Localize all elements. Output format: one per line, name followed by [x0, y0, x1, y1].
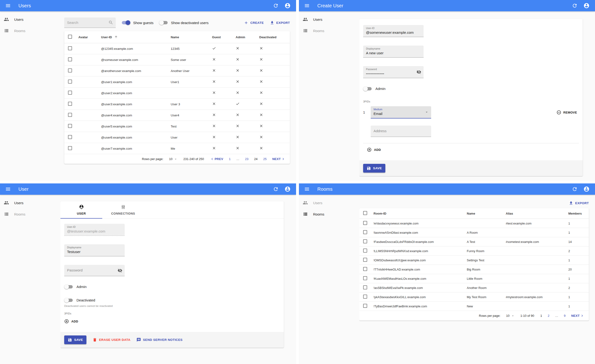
- row-checkbox[interactable]: [68, 57, 72, 61]
- table-row[interactable]: @user7:example.comMe: [64, 143, 290, 154]
- user-id-field[interactable]: User-ID @somenewuser:example.com: [363, 25, 424, 37]
- refresh-button[interactable]: [570, 185, 579, 193]
- export-button[interactable]: EXPORT: [569, 201, 589, 205]
- column-header-guest[interactable]: Guest: [210, 31, 233, 43]
- table-row[interactable]: !lasmnwASmDllasi:example.comA Room1: [359, 228, 589, 237]
- row-checkbox[interactable]: [68, 46, 72, 50]
- table-row[interactable]: @anotheruser:example.comAnother User: [64, 65, 290, 77]
- save-button[interactable]: SAVE: [363, 164, 385, 173]
- rows-per-page-select[interactable]: 10: [169, 157, 177, 161]
- table-row[interactable]: @user2:example.com: [64, 88, 290, 99]
- save-button[interactable]: SAVE: [64, 336, 86, 344]
- next-page-button[interactable]: NEXT: [571, 314, 584, 318]
- row-checkbox[interactable]: [363, 304, 367, 308]
- row-checkbox[interactable]: [363, 294, 367, 299]
- toggle-switch[interactable]: [65, 285, 73, 288]
- table-row[interactable]: @user1:example.comUser1: [64, 77, 290, 88]
- row-checkbox[interactable]: [363, 267, 367, 271]
- table-row[interactable]: @user4:example.comUser4: [64, 110, 290, 121]
- tab-connections[interactable]: CONNECTIONS: [102, 201, 144, 218]
- row-checkbox[interactable]: [363, 249, 367, 252]
- row-checkbox[interactable]: [363, 276, 367, 280]
- toggle-switch[interactable]: [122, 21, 130, 24]
- admin-toggle[interactable]: Admin: [65, 285, 280, 289]
- table-row[interactable]: !LLIMSSNHrhRjsdWNXsd:example.comFunny Ro…: [359, 246, 589, 256]
- displayname-field[interactable]: Displayname Testuser: [64, 244, 125, 256]
- column-header-avatar[interactable]: Avatar: [76, 31, 99, 43]
- table-row[interactable]: @someuser:example.comSome user: [64, 54, 290, 65]
- column-header-deactivated[interactable]: Deactivated: [257, 31, 290, 43]
- displayname-field[interactable]: Displayname A new user: [363, 46, 424, 58]
- table-row[interactable]: !TyBasDmweIJdfFaeBmk:example.comNew1: [359, 302, 589, 311]
- select-all-checkbox[interactable]: [363, 211, 367, 215]
- show-guests-toggle[interactable]: Show guests: [122, 21, 154, 25]
- select-all-checkbox[interactable]: [68, 35, 72, 39]
- row-checkbox[interactable]: [68, 91, 72, 95]
- row-checkbox[interactable]: [363, 239, 367, 243]
- next-page-button[interactable]: NEXT: [272, 157, 285, 161]
- menu-button[interactable]: [4, 185, 12, 193]
- table-row[interactable]: !TTnlslkHHweOLAD:example.comBig Room20: [359, 265, 589, 274]
- table-row[interactable]: !asSBSlsdWEvaXwPk:example.comAnother Roo…: [359, 283, 589, 293]
- toggle-switch[interactable]: [65, 299, 73, 302]
- account-menu-button[interactable]: [283, 1, 292, 10]
- column-header-admin[interactable]: Admin: [233, 31, 257, 43]
- row-checkbox[interactable]: [68, 146, 72, 150]
- search-field[interactable]: [64, 17, 116, 28]
- password-field[interactable]: Password: [64, 265, 125, 276]
- toggle-switch[interactable]: [364, 87, 372, 91]
- row-checkbox[interactable]: [68, 113, 72, 117]
- row-checkbox[interactable]: [68, 69, 72, 72]
- column-header-user_id[interactable]: User-ID: [99, 31, 168, 43]
- table-row[interactable]: @12345:example.com12345: [64, 43, 290, 54]
- refresh-button[interactable]: [570, 1, 579, 10]
- menu-button[interactable]: [303, 185, 311, 193]
- row-checkbox[interactable]: [363, 258, 367, 262]
- address-field[interactable]: Address: [371, 126, 431, 137]
- rows-per-page-select[interactable]: 10: [506, 314, 515, 318]
- toggle-switch[interactable]: [160, 21, 168, 24]
- column-header-name[interactable]: Name: [464, 208, 503, 219]
- visibility-off-icon[interactable]: [118, 268, 122, 273]
- page-23[interactable]: 23: [245, 157, 248, 161]
- visibility-off-icon[interactable]: [417, 70, 421, 74]
- refresh-button[interactable]: [271, 185, 280, 193]
- account-menu-button[interactable]: [582, 1, 591, 10]
- sidebar-item-rooms[interactable]: Rooms: [299, 25, 359, 36]
- add-threepid-button[interactable]: ADD: [363, 143, 385, 156]
- row-checkbox[interactable]: [363, 221, 367, 225]
- sidebar-item-rooms[interactable]: Rooms: [0, 25, 60, 36]
- password-field[interactable]: Password ••••••••••••••••: [363, 66, 424, 78]
- table-row[interactable]: !eVasdacvxysewus:example.com#test:exampl…: [359, 219, 589, 228]
- table-row[interactable]: !ykAStwxasdwsKkxGILL:example.comMy Test …: [359, 293, 589, 302]
- sidebar-item-rooms[interactable]: Rooms: [0, 209, 60, 220]
- add-threepid-button[interactable]: ADD: [64, 315, 82, 328]
- table-row[interactable]: @user5:example.comTest: [64, 121, 290, 132]
- show-deactivated-toggle[interactable]: Show deactivated users: [160, 21, 208, 25]
- create-button[interactable]: CREATE: [244, 21, 264, 25]
- row-checkbox[interactable]: [363, 285, 367, 289]
- sidebar-item-users[interactable]: Users: [299, 197, 359, 209]
- table-row[interactable]: !FasdweDssccaGLdsFRddsOl:example.comA Te…: [359, 237, 589, 246]
- column-header-alias[interactable]: Alias: [503, 208, 566, 219]
- column-header-name[interactable]: Name: [168, 31, 210, 43]
- menu-button[interactable]: [303, 1, 311, 10]
- sidebar-item-users[interactable]: Users: [0, 14, 60, 25]
- table-row[interactable]: !OMSDsdweassllUUjjwe:example.comSettings…: [359, 256, 589, 265]
- row-checkbox[interactable]: [363, 230, 367, 234]
- menu-button[interactable]: [4, 1, 12, 10]
- refresh-button[interactable]: [271, 1, 280, 10]
- account-menu-button[interactable]: [582, 185, 591, 193]
- deactivated-toggle[interactable]: Deactivated: [65, 298, 280, 302]
- table-row[interactable]: @user3:example.comUser 3: [64, 99, 290, 110]
- page-25[interactable]: 25: [263, 157, 267, 161]
- medium-select[interactable]: Medium Email: [371, 106, 431, 119]
- erase-user-data-button[interactable]: ERASE USER DATA: [92, 337, 130, 342]
- row-checkbox[interactable]: [68, 124, 72, 128]
- send-server-notices-button[interactable]: SEND SERVER NOTICES: [136, 337, 183, 342]
- prev-page-button[interactable]: PREV: [210, 157, 223, 161]
- admin-toggle[interactable]: Admin: [364, 87, 579, 91]
- sidebar-item-users[interactable]: Users: [299, 14, 359, 25]
- sidebar-item-rooms[interactable]: Rooms: [299, 209, 359, 220]
- export-button[interactable]: EXPORT: [270, 21, 290, 25]
